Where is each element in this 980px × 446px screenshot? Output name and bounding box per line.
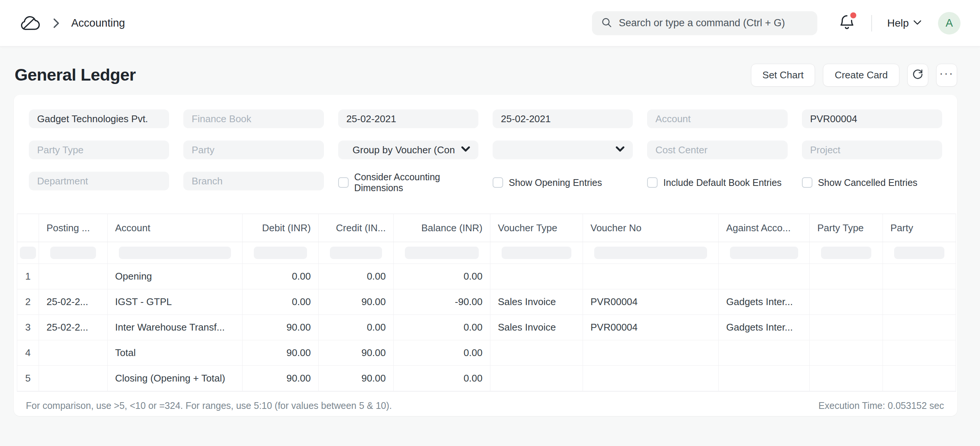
execution-time: Execution Time: 0.053152 sec [818, 400, 944, 411]
finance-book-filter[interactable] [183, 110, 323, 128]
search-icon [601, 17, 612, 30]
chevron-down-icon [616, 146, 625, 154]
table-row[interactable]: 2 25-02-2... IGST - GTPL 0.00 90.00 -90.… [17, 289, 956, 315]
global-search[interactable] [592, 11, 817, 35]
row-index: 1 [17, 264, 39, 289]
table-row[interactable]: 3 25-02-2... Inter Warehouse Transf... 9… [17, 315, 956, 340]
cell-party-type [810, 315, 883, 340]
column-filter-input[interactable] [20, 247, 36, 259]
party-type-filter[interactable] [29, 141, 169, 159]
row-index: 3 [17, 315, 39, 340]
column-header-party-type[interactable]: Party Type [810, 214, 883, 242]
group-by-select[interactable]: Group by Voucher (Con [338, 141, 478, 159]
column-header-voucher-no[interactable]: Voucher No [583, 214, 719, 242]
cell-debit: 90.00 [243, 366, 319, 391]
include-default-book-entries-checkbox[interactable] [647, 177, 658, 188]
to-date-filter[interactable] [493, 110, 633, 128]
user-avatar[interactable]: A [938, 12, 961, 35]
table-footer: For comparison, use >5, <10 or =324. For… [17, 391, 956, 416]
project-filter[interactable] [802, 141, 942, 159]
department-filter[interactable] [29, 171, 169, 190]
column-filter-input[interactable] [594, 247, 707, 259]
include-default-book-entries-checkbox-group: Include Default Book Entries [647, 171, 787, 194]
filter-section: Group by Voucher (Con Consider Accountin… [14, 95, 957, 194]
report-card: Group by Voucher (Con Consider Accountin… [14, 95, 957, 416]
column-header-credit[interactable]: Credit (IN... [319, 214, 394, 242]
page-title: General Ledger [14, 65, 136, 85]
cell-voucher-no: PVR00004 [583, 315, 719, 340]
table-row[interactable]: 5 Closing (Opening + Total) 90.00 90.00 … [17, 366, 956, 391]
show-cancelled-entries-checkbox[interactable] [802, 177, 812, 188]
cell-voucher-type [490, 264, 583, 289]
ledger-table: Posting ... Account Debit (INR) Credit (… [17, 214, 956, 391]
cell-balance: 0.00 [394, 264, 490, 289]
notification-dot [850, 13, 856, 18]
column-header-balance[interactable]: Balance (INR) [394, 214, 490, 242]
column-header-against-account[interactable]: Against Acco... [719, 214, 810, 242]
cell-credit: 90.00 [319, 366, 394, 391]
cell-posting-date [39, 340, 108, 366]
chevron-down-icon [913, 20, 921, 27]
consider-accounting-dimensions-checkbox-group: Consider Accounting Dimensions [338, 171, 478, 194]
breadcrumb: Accounting [19, 14, 125, 32]
consider-accounting-dimensions-checkbox[interactable] [338, 177, 348, 188]
search-input[interactable] [619, 17, 808, 29]
column-filter-input[interactable] [894, 247, 944, 259]
branch-filter[interactable] [183, 171, 323, 190]
checkbox-label: Show Cancelled Entries [818, 177, 917, 188]
column-header-voucher-type[interactable]: Voucher Type [490, 214, 583, 242]
column-filter-input[interactable] [50, 247, 96, 259]
cell-balance: 0.00 [394, 315, 490, 340]
refresh-button[interactable] [907, 64, 928, 87]
table-header-row: Posting ... Account Debit (INR) Credit (… [17, 214, 956, 242]
table-row[interactable]: 4 Total 90.00 90.00 0.00 [17, 340, 956, 366]
breadcrumb-item-accounting[interactable]: Accounting [71, 17, 125, 29]
column-filter-input[interactable] [730, 247, 798, 259]
cell-account: Opening [108, 264, 243, 289]
cell-party-type [810, 289, 883, 315]
help-menu[interactable]: Help [887, 17, 921, 29]
column-header-debit[interactable]: Debit (INR) [243, 214, 319, 242]
show-opening-entries-checkbox[interactable] [493, 177, 503, 188]
cell-credit: 90.00 [319, 289, 394, 315]
column-header-posting-date[interactable]: Posting ... [39, 214, 108, 242]
app-logo-cloud-icon[interactable] [19, 14, 40, 32]
column-filter-input[interactable] [254, 247, 307, 259]
chevron-down-icon [461, 146, 470, 154]
cell-posting-date: 25-02-2... [39, 289, 108, 315]
column-filter-input[interactable] [821, 247, 871, 259]
column-filter-input[interactable] [405, 247, 479, 259]
cell-party-type [810, 366, 883, 391]
column-filter-input[interactable] [330, 247, 382, 259]
cell-debit: 90.00 [243, 315, 319, 340]
table-row[interactable]: 1 Opening 0.00 0.00 0.00 [17, 264, 956, 289]
cell-debit: 0.00 [243, 289, 319, 315]
column-filter-row [17, 242, 956, 264]
based-on-select[interactable] [493, 141, 633, 159]
top-navbar: Accounting Help [0, 0, 980, 46]
column-filter-input[interactable] [502, 247, 571, 259]
cell-account: Closing (Opening + Total) [108, 366, 243, 391]
cell-party [883, 315, 956, 340]
set-chart-button[interactable]: Set Chart [751, 64, 815, 87]
cell-balance: 0.00 [394, 340, 490, 366]
refresh-icon [912, 68, 923, 82]
account-filter[interactable] [647, 110, 787, 128]
cell-against-account [719, 264, 810, 289]
cell-credit: 0.00 [319, 315, 394, 340]
company-filter[interactable] [29, 110, 169, 128]
voucher-no-filter[interactable] [802, 110, 942, 128]
navbar-divider [871, 15, 872, 32]
ledger-table-wrap: Posting ... Account Debit (INR) Credit (… [17, 214, 956, 416]
cost-center-filter[interactable] [647, 141, 787, 159]
row-index: 2 [17, 289, 39, 315]
column-header-party[interactable]: Party [883, 214, 956, 242]
party-filter[interactable] [183, 141, 323, 159]
column-filter-input[interactable] [119, 247, 231, 259]
cell-account: Inter Warehouse Transf... [108, 315, 243, 340]
from-date-filter[interactable] [338, 110, 478, 128]
more-options-button[interactable]: ··· [936, 64, 957, 87]
notifications-button[interactable] [839, 14, 855, 33]
create-card-button[interactable]: Create Card [823, 64, 899, 87]
column-header-account[interactable]: Account [108, 214, 243, 242]
